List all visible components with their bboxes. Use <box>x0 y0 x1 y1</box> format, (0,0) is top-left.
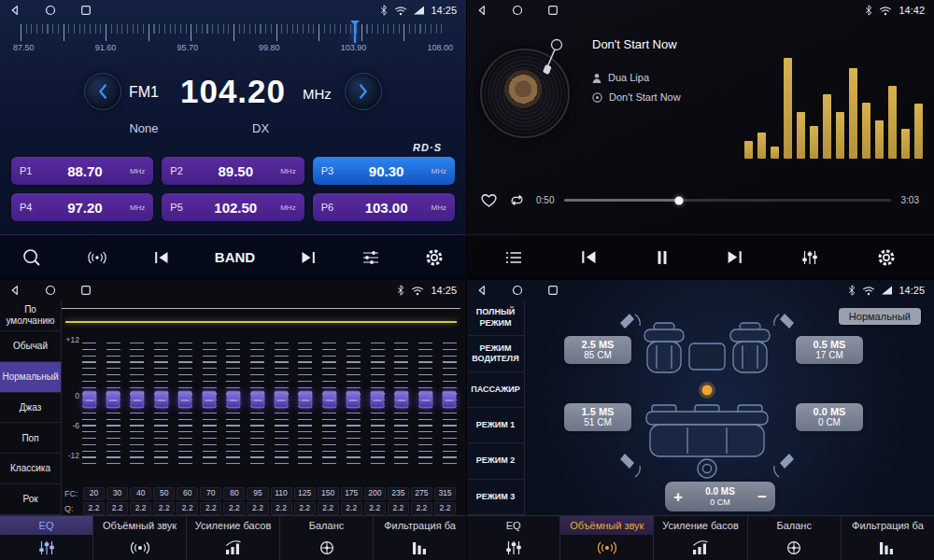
eq-preset-normal[interactable]: Нормальный <box>0 362 61 393</box>
eq-slider-knob[interactable] <box>418 391 432 409</box>
increase-button[interactable]: + <box>665 489 691 505</box>
recents-square-icon[interactable] <box>80 285 92 296</box>
eq-band-slider[interactable] <box>226 343 240 469</box>
progress-bar[interactable] <box>564 199 890 202</box>
eq-slider-knob[interactable] <box>82 391 96 409</box>
mode-driver[interactable]: РЕЖИМ ВОДИТЕЛЯ <box>467 336 524 371</box>
tab-bass-boost[interactable]: Усиление басов <box>654 516 747 560</box>
eq-slider-knob[interactable] <box>250 391 264 409</box>
eq-slider-knob[interactable] <box>322 391 336 409</box>
eq-preset-classic[interactable]: Классика <box>0 454 61 484</box>
eq-band-slider[interactable] <box>298 343 312 469</box>
eq-preset-jazz[interactable]: Джаз <box>0 393 61 424</box>
eq-preset-default[interactable]: По умолчанию <box>0 301 61 331</box>
eq-band-slider[interactable] <box>154 343 168 469</box>
eq-band-slider[interactable] <box>371 343 385 469</box>
back-icon[interactable] <box>9 285 21 296</box>
tab-surround[interactable]: Объёмный звук <box>93 516 187 560</box>
tab-eq[interactable]: EQ <box>0 516 93 560</box>
eq-slider-knob[interactable] <box>298 391 312 409</box>
next-icon[interactable] <box>301 251 316 264</box>
settings-gear-icon[interactable] <box>877 248 896 267</box>
eq-band-slider[interactable] <box>275 343 289 469</box>
tab-bass-boost[interactable]: Усиление басов <box>187 516 280 560</box>
tab-filter[interactable]: Фильтрация ба <box>374 516 466 560</box>
eq-slider-knob[interactable] <box>154 391 168 409</box>
mixer-icon[interactable] <box>362 250 379 265</box>
eq-slider-knob[interactable] <box>106 391 120 409</box>
eq-slider-knob[interactable] <box>203 391 217 409</box>
progress-knob[interactable] <box>674 196 683 204</box>
eq-slider-knob[interactable] <box>443 391 457 409</box>
speaker-rear-right[interactable]: 0.0 MS 0 CM <box>796 403 863 431</box>
scan-icon[interactable] <box>22 248 41 267</box>
tune-up-button[interactable] <box>345 73 382 110</box>
previous-icon[interactable] <box>154 251 169 264</box>
eq-band-slider[interactable] <box>178 343 192 469</box>
home-circle-icon[interactable] <box>45 285 56 296</box>
eq-preset-custom[interactable]: Обычай <box>0 331 61 362</box>
mode-1[interactable]: РЕЖИМ 1 <box>467 408 524 443</box>
eq-slider-knob[interactable] <box>347 391 361 409</box>
settings-gear-icon[interactable] <box>425 248 444 267</box>
eq-band-slider[interactable] <box>82 343 96 469</box>
mixer-icon[interactable] <box>801 250 818 265</box>
eq-band-slider[interactable] <box>418 343 432 469</box>
preset-p4[interactable]: P497.20MHz <box>11 193 153 221</box>
recents-square-icon[interactable] <box>547 285 559 296</box>
frequency-pointer[interactable] <box>354 22 356 43</box>
tab-filter[interactable]: Фильтрация ба <box>842 516 934 560</box>
speaker-front-left[interactable]: 2.5 MS 85 CM <box>564 336 631 364</box>
repeat-icon[interactable] <box>508 193 526 207</box>
back-icon[interactable] <box>476 5 488 16</box>
speaker-rear-left[interactable]: 1.5 MS 51 CM <box>564 403 631 431</box>
eq-slider-knob[interactable] <box>130 391 144 409</box>
eq-band-slider[interactable] <box>130 343 144 469</box>
back-icon[interactable] <box>476 285 488 296</box>
preset-p6[interactable]: P6103.00MHz <box>313 193 455 221</box>
tab-eq[interactable]: EQ <box>467 516 560 560</box>
eq-band-slider[interactable] <box>394 343 408 469</box>
home-circle-icon[interactable] <box>512 5 523 16</box>
eq-slider-knob[interactable] <box>178 391 192 409</box>
recents-square-icon[interactable] <box>80 5 92 16</box>
eq-band-slider[interactable] <box>322 343 336 469</box>
tab-balance[interactable]: Баланс <box>748 516 842 560</box>
tab-surround[interactable]: Объёмный звук <box>560 516 654 560</box>
eq-preset-rock[interactable]: Рок <box>0 484 61 515</box>
preset-scan-icon[interactable] <box>87 250 107 265</box>
next-icon[interactable] <box>727 250 743 264</box>
eq-band-slider[interactable] <box>203 343 217 469</box>
eq-slider-knob[interactable] <box>371 391 385 409</box>
sound-profile-button[interactable]: Нормальный <box>839 308 921 325</box>
mode-passenger[interactable]: ПАССАЖИР <box>467 372 524 408</box>
eq-slider-knob[interactable] <box>275 391 289 409</box>
preset-p5[interactable]: P5102.50MHz <box>162 193 304 221</box>
back-icon[interactable] <box>9 5 21 16</box>
previous-icon[interactable] <box>581 250 597 264</box>
eq-band-slider[interactable] <box>347 343 361 469</box>
decrease-button[interactable]: − <box>749 489 775 505</box>
preset-p3[interactable]: P390.30MHz <box>313 157 455 185</box>
frequency-ruler[interactable] <box>21 24 446 41</box>
home-circle-icon[interactable] <box>512 285 523 296</box>
eq-preset-pop[interactable]: Поп <box>0 423 61 454</box>
mode-full[interactable]: ПОЛНЫЙ РЕЖИМ <box>467 301 524 336</box>
speaker-front-right[interactable]: 0.5 MS 17 CM <box>796 336 863 364</box>
tab-balance[interactable]: Баланс <box>280 516 374 560</box>
mode-3[interactable]: РЕЖИМ 3 <box>467 480 524 515</box>
favorite-heart-icon[interactable] <box>480 192 498 208</box>
eq-slider-knob[interactable] <box>394 391 408 409</box>
preset-p1[interactable]: P188.70MHz <box>11 157 153 185</box>
recents-square-icon[interactable] <box>547 5 559 16</box>
eq-band-slider[interactable] <box>250 343 264 469</box>
home-circle-icon[interactable] <box>45 5 56 16</box>
mode-2[interactable]: РЕЖИМ 2 <box>467 443 524 479</box>
eq-slider-knob[interactable] <box>226 391 240 409</box>
pause-icon[interactable] <box>656 250 669 265</box>
queue-icon[interactable] <box>505 251 522 264</box>
preset-p2[interactable]: P289.50MHz <box>162 157 304 185</box>
band-button[interactable]: BAND <box>215 249 255 265</box>
eq-band-slider[interactable] <box>443 343 457 469</box>
eq-band-slider[interactable] <box>106 343 120 469</box>
